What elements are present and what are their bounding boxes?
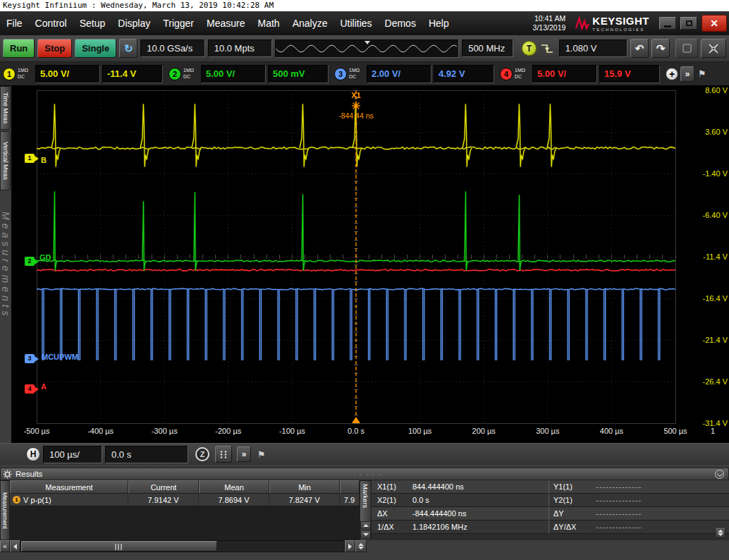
- trace-label-ch3[interactable]: MCUPWM: [42, 353, 78, 361]
- tab-scroll-down-icon[interactable]: [360, 530, 371, 539]
- close-button[interactable]: ✕: [702, 15, 727, 32]
- touchscreen-icon[interactable]: [675, 39, 698, 58]
- scrollbar-thumb[interactable]: [21, 541, 217, 552]
- clock-date: 3/13/2019: [533, 23, 566, 32]
- marker-row: ΔX -844.444400 ns ΔY --------------: [372, 507, 729, 521]
- menu-analyze[interactable]: Analyze: [286, 11, 334, 35]
- menu-measure[interactable]: Measure: [200, 11, 251, 35]
- single-button[interactable]: Single: [75, 39, 116, 58]
- bandwidth-display[interactable]: 500 MHz: [462, 39, 513, 57]
- tab-measurement[interactable]: Measurement: [0, 480, 10, 540]
- add-waveform-button[interactable]: +: [666, 68, 678, 80]
- channel-1-scale[interactable]: 5.00 V/: [35, 65, 100, 83]
- channel-2-scale[interactable]: 5.00 V/: [201, 65, 266, 83]
- channel-3-coupling[interactable]: 1MΩDC: [349, 68, 364, 80]
- scrollbar-track[interactable]: [20, 540, 345, 552]
- tab-scroll-up-icon[interactable]: [360, 521, 371, 530]
- y-axis-label: -26.4 V: [678, 377, 728, 386]
- waveform-svg[interactable]: [11, 86, 729, 443]
- restore-icon: [686, 20, 692, 26]
- trace-label-ch1[interactable]: B: [41, 156, 47, 164]
- pin-icon[interactable]: ⚑: [698, 68, 706, 79]
- markers-scroll-icon[interactable]: [715, 527, 725, 538]
- minimize-button[interactable]: [659, 17, 676, 30]
- x-axis-label: -200 µs: [215, 427, 241, 435]
- menu-file[interactable]: File: [0, 11, 29, 35]
- menu-demos[interactable]: Demos: [379, 11, 422, 35]
- col-max-partial[interactable]: [340, 480, 360, 494]
- trigger-edge-icon[interactable]: [539, 41, 555, 56]
- results-drag-handle[interactable]: [351, 473, 381, 476]
- more-horizontal-icon[interactable]: »: [237, 446, 251, 462]
- sample-rate-display[interactable]: 10.0 GSa/s: [140, 39, 204, 57]
- menu-setup[interactable]: Setup: [73, 11, 112, 35]
- marker-x1-label: X1: [351, 91, 360, 99]
- x-axis-label: 300 µs: [536, 427, 559, 435]
- x-axis-label: 100 µs: [408, 427, 431, 435]
- keysight-spark-icon: [575, 16, 589, 30]
- channel-3-ground-marker[interactable]: 3: [25, 354, 35, 363]
- results-header[interactable]: Results: [0, 468, 729, 480]
- menu-display[interactable]: Display: [111, 11, 157, 35]
- timebase-position-display[interactable]: 0.0 s: [105, 446, 188, 463]
- channel-2-ground-marker[interactable]: 2: [25, 257, 35, 266]
- tab-time-meas[interactable]: Time Meas: [0, 86, 11, 130]
- channel-4-scale[interactable]: 5.00 V/: [532, 65, 597, 83]
- channel-1-offset[interactable]: -11.4 V: [102, 65, 163, 83]
- channel-2-offset[interactable]: 500 mV: [268, 65, 329, 83]
- acquisition-preview[interactable]: [275, 39, 459, 58]
- zoom-button[interactable]: Z: [195, 447, 209, 461]
- col-min[interactable]: Min: [269, 480, 340, 494]
- channel-1-ground-marker[interactable]: 1: [25, 154, 35, 163]
- menu-math[interactable]: Math: [252, 11, 286, 35]
- col-measurement[interactable]: Measurement: [10, 480, 128, 494]
- measurement-mean: 7.8694 V: [199, 494, 269, 506]
- gear-icon[interactable]: [3, 470, 12, 479]
- undo-icon[interactable]: ↶: [630, 39, 649, 58]
- channel-3-badge[interactable]: 3: [334, 68, 347, 80]
- trace-label-ch2[interactable]: GD: [39, 253, 51, 262]
- horizontal-button[interactable]: H: [26, 447, 40, 461]
- trigger-level-display[interactable]: 1.080 V: [559, 39, 627, 57]
- memory-depth-display[interactable]: 10.0 Mpts: [208, 39, 272, 57]
- menu-utilities[interactable]: Utilities: [333, 11, 378, 35]
- measurement-name: V p-p(1): [23, 496, 51, 504]
- trace-label-ch4[interactable]: A: [41, 382, 47, 391]
- stop-button[interactable]: Stop: [37, 39, 72, 58]
- channel-4-ground-marker[interactable]: 4: [25, 384, 35, 394]
- redo-icon[interactable]: ↷: [651, 39, 670, 58]
- grid-options-icon[interactable]: [215, 446, 232, 463]
- col-current[interactable]: Current: [128, 480, 199, 494]
- channel-4-offset[interactable]: 15.9 V: [599, 65, 660, 83]
- measurement-name-cell[interactable]: 1 V p-p(1): [10, 494, 128, 506]
- channel-4-coupling[interactable]: 1MΩDC: [515, 68, 530, 80]
- channel-2-coupling[interactable]: 1MΩDC: [183, 68, 199, 80]
- channel-1-badge[interactable]: 1: [3, 68, 16, 80]
- channel-4-badge[interactable]: 4: [500, 68, 513, 80]
- col-mean[interactable]: Mean: [199, 480, 269, 494]
- menu-trigger[interactable]: Trigger: [157, 11, 200, 35]
- channel-3-scale[interactable]: 2.00 V/: [367, 65, 431, 83]
- autoscale-icon[interactable]: [701, 39, 726, 58]
- pin-icon[interactable]: ⚑: [257, 449, 266, 460]
- scroll-left-icon[interactable]: [10, 540, 20, 552]
- timebase-scale-display[interactable]: 100 µs/: [43, 446, 102, 463]
- scroll-right-icon[interactable]: [345, 540, 355, 552]
- scroll-fast-left-icon[interactable]: «: [0, 540, 10, 552]
- marker-row: 1/ΔX 1.1842106 MHz ΔY/ΔX --------------: [372, 521, 729, 534]
- trigger-indicator[interactable]: T: [522, 41, 537, 56]
- channel-3-offset[interactable]: 4.92 V: [434, 65, 494, 83]
- horizontal-scrollbar: «: [0, 540, 729, 553]
- more-channels-icon[interactable]: »: [680, 66, 694, 82]
- menu-help[interactable]: Help: [422, 11, 455, 35]
- channel-1-coupling[interactable]: 1MΩDC: [18, 68, 33, 80]
- restore-button[interactable]: [680, 17, 697, 30]
- channel-2-badge[interactable]: 2: [169, 68, 181, 80]
- run-button[interactable]: Run: [3, 39, 35, 58]
- tab-vertical-meas[interactable]: Vertical Meas: [0, 131, 11, 190]
- y-axis-label: 3.60 V: [678, 128, 728, 136]
- collapse-results-icon[interactable]: [715, 470, 724, 479]
- sync-icon[interactable]: ↻: [119, 39, 137, 58]
- menu-control[interactable]: Control: [29, 11, 73, 35]
- scroll-updown-icon[interactable]: [355, 540, 367, 552]
